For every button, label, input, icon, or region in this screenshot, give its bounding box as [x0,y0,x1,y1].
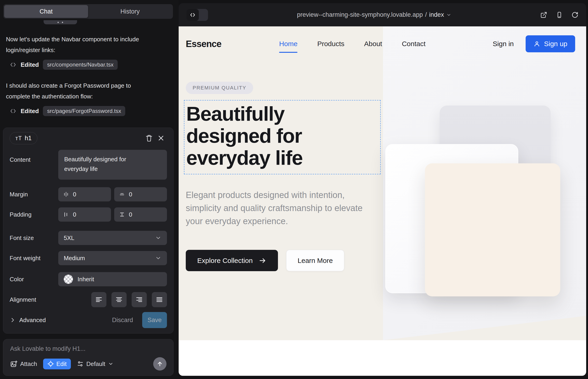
padding-horizontal-input[interactable]: 0 [58,207,111,222]
attach-button[interactable]: Attach [10,360,37,367]
padding-vertical-input[interactable]: 0 [114,207,167,222]
chevron-down-icon [108,361,113,367]
code-icon [10,61,16,68]
alignment-label: Alignment [10,296,58,303]
font-size-select[interactable]: 5XL [58,231,167,245]
premium-quality-badge: PREMIUM QUALITY [186,82,253,94]
mobile-view-icon[interactable] [556,12,563,18]
align-center-icon [115,296,123,303]
nav-link-about[interactable]: About [364,40,382,48]
chevron-down-icon [155,255,161,261]
font-size-label: Font size [10,235,58,242]
arrow-up-icon [156,360,163,367]
site-canvas: Essence Home Products About Contact Sign… [179,26,586,376]
padding-horizontal-icon [63,211,69,218]
font-weight-select[interactable]: Medium [58,251,167,265]
advanced-toggle[interactable]: Advanced [10,316,46,324]
align-justify-icon [155,296,163,303]
code-icon [190,12,196,18]
assistant-message: I should also create a Forgot Password p… [6,80,154,102]
chat-history-tabs: Chat History [3,4,173,19]
chevron-down-icon [155,235,161,241]
chat-input[interactable] [10,345,167,355]
code-icon [10,108,16,114]
font-weight-label: Font weight [10,255,58,262]
align-right-icon [135,296,143,303]
margin-horizontal-input[interactable]: 0 [58,187,111,201]
preview-url-bar[interactable]: preview--charming-site-symphony.lovable.… [208,11,540,18]
target-icon [47,360,54,367]
margin-vertical-icon [119,191,125,198]
chevron-right-icon [10,317,15,323]
align-left-button[interactable] [91,292,107,307]
sidebar: Chat History Now let's update the Navbar… [0,0,179,379]
code-view-toggle[interactable] [186,9,208,21]
save-button[interactable]: Save [142,312,167,328]
hero-heading[interactable]: Beautifully designed for everyday life [186,103,360,169]
edited-label: Edited [21,108,39,115]
selected-element-pill[interactable]: тT h1 [10,132,37,144]
arrow-right-icon [259,257,266,265]
margin-horizontal-icon [63,191,69,198]
close-icon [157,135,164,142]
model-default-select[interactable]: Default [77,360,113,367]
edited-file-row[interactable]: Edited src/pages/ForgotPassword.tsx [10,105,125,117]
file-badge[interactable]: src/pages/ForgotPassword.tsx [43,106,125,116]
align-right-button[interactable] [132,292,147,307]
padding-vertical-icon [119,211,125,218]
refresh-icon[interactable] [572,12,578,18]
margin-label: Margin [10,191,58,198]
selected-h1-outline[interactable]: Beautifully designed for everyday life [184,100,381,174]
open-in-new-tab-icon[interactable] [540,12,547,18]
file-badge[interactable]: src/components/Navbar.tsx [43,60,117,70]
chat-composer: Attach Edit Default [3,339,174,376]
nav-link-contact[interactable]: Contact [402,40,425,48]
learn-more-button[interactable]: Learn More [286,250,344,271]
tab-chat[interactable]: Chat [4,5,88,18]
nav-link-home[interactable]: Home [279,40,297,48]
delete-element-button[interactable] [143,132,155,144]
element-tag-label: h1 [25,135,32,142]
color-label: Color [10,276,58,283]
edit-mode-button[interactable]: Edit [43,359,71,369]
sign-up-button[interactable]: Sign up [526,35,575,52]
transparent-swatch-icon [64,275,73,284]
nav-link-products[interactable]: Products [317,40,344,48]
discard-button[interactable]: Discard [112,316,133,324]
padding-label: Padding [10,211,58,218]
preview-panel: preview--charming-site-symphony.lovable.… [179,3,586,376]
typography-icon: тT [15,135,22,142]
align-center-button[interactable] [111,292,127,307]
color-select[interactable]: Inherit [58,272,167,286]
sliders-icon [77,360,84,367]
content-input[interactable]: Beautifully designed for everyday life [58,150,167,180]
content-label: Content [10,156,58,163]
tab-history[interactable]: History [88,5,172,18]
align-left-icon [95,296,103,303]
preview-page: index [429,11,444,18]
preview-url: preview--charming-site-symphony.lovable.… [297,11,423,18]
assistant-message: Now let's update the Navbar component to… [6,34,154,56]
user-icon [533,40,540,47]
hero-paragraph: Elegant products designed with intention… [186,189,371,228]
site-navbar: Essence Home Products About Contact Sign… [179,26,586,61]
explore-collection-button[interactable]: Explore Collection [186,250,278,271]
chevron-down-icon [446,12,451,17]
attach-image-icon [10,360,17,367]
trash-icon [145,134,153,142]
site-logo[interactable]: Essence [186,39,221,49]
product-card-cream [425,163,560,296]
element-editor-panel: тT h1 Content Beautifully designed [3,127,174,333]
edited-file-row[interactable]: Edited src/components/Navbar.tsx [10,59,118,71]
scrolled-pill[interactable] [44,20,77,24]
app-root: Chat History Now let's update the Navbar… [0,0,588,379]
send-button[interactable] [153,357,167,371]
hero-section: PREMIUM QUALITY Beautifully designed for… [186,61,383,271]
close-editor-button[interactable] [155,132,167,144]
edited-label: Edited [21,61,39,68]
sign-in-link[interactable]: Sign in [493,40,514,48]
margin-vertical-input[interactable]: 0 [114,187,167,201]
align-justify-button[interactable] [152,292,167,307]
preview-topbar: preview--charming-site-symphony.lovable.… [179,3,586,26]
